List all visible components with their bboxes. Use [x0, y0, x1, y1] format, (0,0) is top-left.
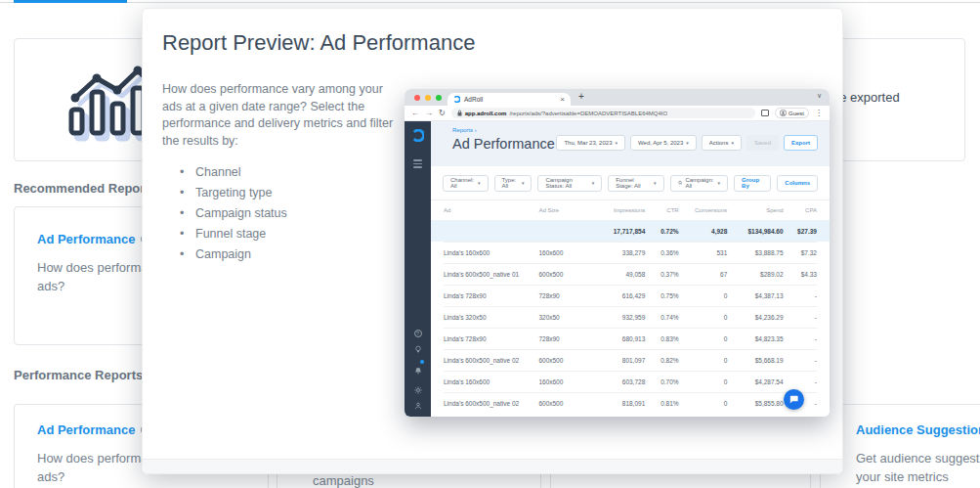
- url-path: /reports/ads/?advertisable=DEMOADVERTISA…: [509, 111, 667, 116]
- reload-icon: ↻: [439, 110, 446, 117]
- account-person-icon: [414, 402, 422, 410]
- minimize-window-icon: [425, 95, 431, 101]
- page-title: Ad Performance: [452, 136, 555, 152]
- report-header: Reports › Ad Performance Thu, Mar 23, 20…: [431, 121, 830, 166]
- group-by-button: Group By: [734, 175, 771, 192]
- menu-icon: [413, 159, 422, 168]
- card-description: Get audience suggestions your site metri…: [856, 449, 980, 486]
- new-tab-icon: +: [578, 91, 584, 102]
- table-summary-row: 17,717,8540.72% 4,928$134,984.60 $27.39: [431, 220, 830, 242]
- window-controls: [414, 95, 442, 101]
- modal-footer: [143, 459, 842, 473]
- channel-filter: Channel: All▾: [443, 175, 489, 192]
- sidebar-icon-stack: ?: [405, 330, 431, 410]
- notification-badge: [420, 360, 424, 364]
- actions-button: Actions▾: [702, 135, 742, 151]
- report-preview-modal: Report Preview: Ad Performance How does …: [142, 8, 843, 474]
- close-tab-icon: ×: [560, 96, 565, 104]
- table-row: Linda's 320x50320x50932,959 0.74%0$4,236…: [444, 306, 817, 328]
- address-bar: app.adroll.com/reports/ads/?advertisable…: [451, 108, 755, 118]
- browser-tab: AdRoll ×: [447, 93, 571, 106]
- funnel-stage-filter: Funnel Stage: All▾: [608, 175, 663, 192]
- report-table: AdAd Size ImpressionsCTR ConversionsSpen…: [431, 200, 830, 414]
- audience-suggestions-link[interactable]: Audience Suggestions i: [856, 422, 980, 437]
- profile-name: Guest: [788, 111, 804, 116]
- saved-button: Saved: [746, 135, 779, 151]
- filter-bullet-list: ChannelTargeting typeCampaign statusFunn…: [180, 165, 287, 268]
- report-table-body: Linda's 160x600160x600338,279 0.36%531$3…: [444, 242, 817, 414]
- table-row: Linda's 160x600160x600338,279 0.36%531$3…: [444, 242, 817, 263]
- active-tab-indicator[interactable]: [14, 0, 127, 3]
- report-preview-screenshot: AdRoll × + ∨ ← → ↻ app.adroll.com/report…: [405, 89, 830, 417]
- table-row: Linda's 728x90728x90680,913 0.83%0$4,823…: [444, 328, 817, 349]
- user-avatar-icon: [780, 110, 787, 116]
- table-row: Linda's 600x500_native 02600x500818,091 …: [444, 392, 817, 414]
- modal-description: How does performance vary among yourads …: [162, 81, 393, 150]
- url-domain: app.adroll.com: [465, 111, 507, 116]
- gear-icon: [414, 386, 422, 394]
- table-row: Linda's 160x600160x600603,728 0.70%0$4,2…: [444, 371, 817, 392]
- browser-profile: Guest: [775, 108, 809, 118]
- chat-widget-button: [784, 389, 804, 410]
- list-item: Campaign: [180, 247, 287, 261]
- tab-title: AdRoll: [464, 96, 556, 103]
- breadcrumb: Reports ›: [452, 127, 477, 133]
- export-button: Export: [784, 135, 818, 151]
- lightbulb-icon: [414, 345, 422, 353]
- type-filter: Type: All▾: [494, 175, 533, 192]
- ad-performance-link[interactable]: Ad Performance i: [37, 422, 153, 437]
- back-icon: ←: [411, 110, 419, 117]
- end-date-button: Wed, Apr 5, 2023▾: [630, 135, 697, 151]
- table-header-row: AdAd Size ImpressionsCTR ConversionsSpen…: [444, 200, 817, 220]
- maximize-window-icon: [436, 95, 442, 101]
- list-item: Campaign status: [180, 206, 287, 220]
- audience-suggestions-card[interactable]: Audience Suggestions i Get audience sugg…: [820, 404, 980, 488]
- app-main: Reports › Ad Performance Thu, Mar 23, 20…: [431, 121, 830, 417]
- chat-bubble-icon: [788, 394, 799, 405]
- list-item: Channel: [180, 165, 287, 179]
- adroll-favicon-icon: [453, 96, 460, 103]
- top-nav-divider: [0, 2, 980, 3]
- modal-title: Report Preview: Ad Performance: [162, 30, 475, 56]
- search-icon: [678, 180, 683, 186]
- chevron-down-icon: ∨: [817, 92, 822, 100]
- start-date-button: Thu, Mar 23, 2023▾: [556, 135, 625, 151]
- table-row: Linda's 600x500_native 01600x50049,058 0…: [444, 263, 817, 285]
- list-item: Targeting type: [180, 186, 287, 200]
- section-title-performance: Performance Reports: [14, 368, 143, 382]
- ad-performance-link[interactable]: Ad Performance i: [37, 232, 153, 246]
- lock-icon: [457, 110, 462, 116]
- sidebar-toggle-icon: [761, 110, 769, 116]
- adroll-logo-icon: [411, 128, 424, 146]
- close-window-icon: [414, 95, 420, 101]
- forward-icon: →: [425, 110, 433, 117]
- table-row: Linda's 728x90728x90616,429 0.75%0$4,387…: [444, 285, 817, 306]
- browser-menu-icon: ⋮: [815, 109, 823, 117]
- campaign-filter: Campaign: All▾: [670, 175, 729, 192]
- browser-tab-strip: AdRoll × + ∨: [405, 89, 830, 106]
- notifications-bell-icon: [414, 361, 422, 378]
- browser-toolbar: ← → ↻ app.adroll.com/reports/ads/?advert…: [405, 106, 830, 121]
- list-item: Funnel stage: [180, 227, 287, 241]
- adroll-app: ? Reports › Ad Performance Thu, Mar 23, …: [405, 121, 830, 417]
- app-sidebar: ?: [405, 121, 431, 417]
- section-title-recommended: Recommended Reports: [14, 181, 156, 196]
- help-icon: ?: [414, 330, 422, 337]
- filter-row: Channel: All▾ Type: All▾ Campaign Status…: [431, 166, 830, 200]
- table-row: Linda's 600x500_native 02600x500801,097 …: [444, 349, 817, 371]
- campaign-status-filter: Campaign Status: All▾: [537, 175, 602, 192]
- columns-button: Columns: [777, 175, 818, 192]
